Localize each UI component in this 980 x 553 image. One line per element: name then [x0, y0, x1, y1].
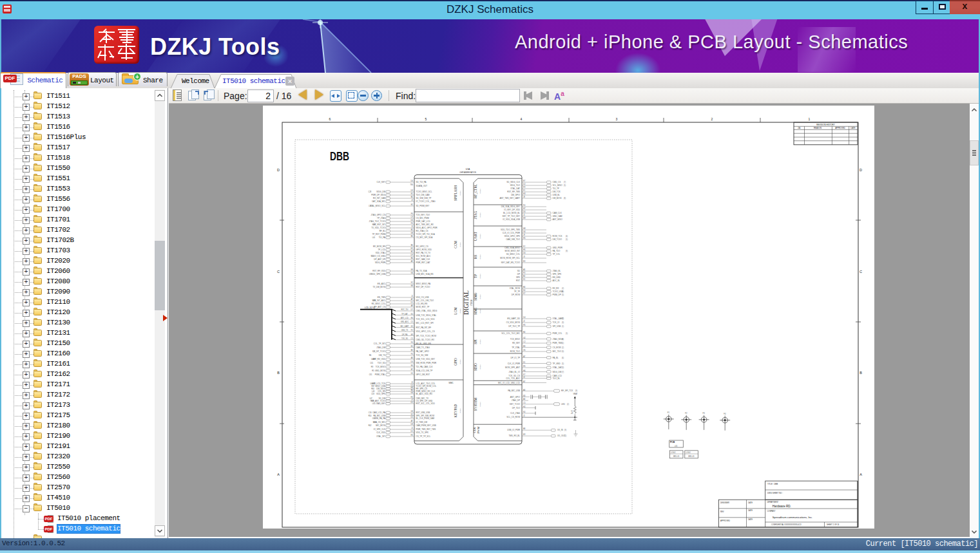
svg-text:G4: G4 [410, 391, 413, 394]
svg-text:E9: E9 [523, 433, 526, 436]
svg-text:PCB: PCB [670, 441, 675, 444]
svg-text:E3: E3 [523, 260, 526, 263]
svg-text:JTAG_TDO_TCXO: JTAG_TDO_TCXO [369, 220, 386, 223]
svg-text:CS_ROW: CS_ROW [553, 346, 561, 349]
svg-text:RST_RF_TMS: RST_RF_TMS [507, 191, 520, 193]
svg-text:A7: A7 [523, 355, 526, 358]
svg-text:GND_PWR: GND_PWR [553, 247, 563, 249]
svg-text:B2: B2 [411, 250, 414, 253]
svg-text:D6: D6 [411, 219, 414, 221]
svg-text:TP_XTAL: TP_XTAL [512, 346, 520, 349]
svg-text:XTAL_INT: XTAL_INT [376, 435, 385, 438]
svg-text:R6: R6 [369, 354, 372, 357]
svg-text:RF_SPI_TCK: RF_SPI_TCK [561, 389, 573, 392]
svg-text:TCK_MISO: TCK_MISO [510, 338, 521, 341]
svg-text:(5): (5) [566, 238, 568, 241]
svg-text:DP_IO_TP: DP_IO_TP [510, 357, 520, 359]
svg-text:TCK_IO: TCK_IO [553, 321, 561, 324]
svg-text:D9: D9 [411, 254, 414, 256]
svg-text:H1: H1 [411, 247, 414, 250]
svg-text:B2: B2 [411, 349, 414, 351]
svg-text:C30: C30 [369, 411, 372, 414]
svg-text:APPROVED: APPROVED [720, 520, 730, 522]
svg-text:RX_RX: RX_RX [553, 287, 559, 290]
svg-text:RST_RF_VDD: RST_RF_VDD [372, 270, 386, 272]
svg-text:XX_IN: XX_IN [557, 429, 563, 431]
svg-text:CMD_CS: CMD_CS [553, 181, 561, 183]
svg-text:VBAT: VBAT [573, 393, 578, 395]
svg-text:KEYPAD: KEYPAD [454, 404, 457, 417]
svg-text:DATE: DATE [850, 127, 855, 129]
svg-text:RST: RST [516, 279, 520, 282]
svg-text:2: 2 [711, 117, 713, 121]
svg-text:E2: E2 [411, 203, 414, 206]
svg-text:RF_BL: RF_BL [380, 230, 386, 232]
svg-text:CLK_KEY: CLK_KEY [376, 181, 385, 183]
svg-text:PWR_TMS: PWR_TMS [553, 342, 562, 344]
svg-text:XTAL_DAT: XTAL_DAT [510, 187, 520, 190]
svg-text:B4: B4 [411, 389, 414, 391]
svg-text:SPI_TCK_TCXO_ROW: SPI_TCK_TCXO_ROW [416, 335, 437, 337]
svg-text:F2: F2 [411, 329, 414, 332]
svg-text:TMS_RX_BL: TMS_RX_BL [508, 435, 520, 437]
svg-text:JTAG_GPIO_CS: JTAG_GPIO_CS [371, 214, 385, 216]
svg-text:LOGO: LOGO [686, 451, 691, 454]
svg-text:IT5010: IT5010 [459, 359, 461, 364]
svg-text:(5): (5) [562, 294, 564, 296]
svg-text:F3: F3 [703, 412, 706, 415]
svg-text:L63: L63 [372, 402, 376, 405]
svg-text:SD_TDI_PA: SD_TDI_PA [416, 181, 427, 183]
svg-text:F1: F1 [523, 189, 526, 192]
svg-text:IT5010: IT5010 [479, 402, 481, 407]
svg-text:GND_MOSI: GND_MOSI [375, 370, 385, 372]
svg-text:PWR_COL: PWR_COL [553, 332, 562, 335]
svg-text:BL_ADC_VDD_RX: BL_ADC_VDD_RX [416, 393, 433, 395]
svg-text:VDD_SPK: VDD_SPK [376, 393, 385, 395]
svg-text:DATE: DATE [748, 518, 753, 521]
svg-text:L69: L69 [373, 421, 376, 424]
svg-text:VDD_CS_USB: VDD_CS_USB [416, 296, 429, 299]
svg-text:MOSI_MISO_INT: MOSI_MISO_INT [504, 250, 520, 252]
svg-text:REV: REV [720, 511, 724, 513]
svg-text:JTAG_DM: JTAG_DM [376, 346, 385, 349]
svg-text:B4: B4 [523, 286, 526, 288]
svg-text:C49: C49 [372, 299, 376, 302]
svg-text:D2: D2 [523, 183, 526, 185]
svg-text:L43: L43 [372, 390, 375, 393]
svg-text:CAM_LCD_PA: CAM_LCD_PA [372, 411, 385, 414]
svg-text:H9: H9 [523, 217, 526, 220]
svg-text:(6): (6) [562, 357, 564, 359]
svg-text:F4: F4 [411, 222, 414, 225]
svg-text:IT5010: IT5010 [479, 308, 481, 314]
svg-text:J5: J5 [411, 381, 413, 384]
svg-text:APPROVED: APPROVED [835, 127, 845, 129]
svg-text:(9): (9) [562, 350, 564, 353]
svg-text:TDO_DM_CAM: TDO_DM_CAM [416, 194, 430, 196]
svg-text:(2): (2) [562, 287, 564, 290]
svg-text:(8): (8) [564, 197, 566, 200]
svg-text:COL_TP_INT: COL_TP_INT [374, 342, 385, 345]
svg-text:1: 1 [809, 117, 811, 121]
svg-text:(2): (2) [562, 346, 564, 349]
svg-text:F4: F4 [411, 353, 414, 355]
svg-text:EN_ADC: EN_ADC [378, 283, 386, 285]
svg-text:F3: F3 [523, 272, 526, 274]
svg-text:B2: B2 [523, 275, 526, 277]
svg-text:F6: F6 [411, 212, 414, 215]
svg-text:IT5010: IT5010 [459, 308, 461, 314]
svg-text:BRD-09: BRD-09 [688, 455, 695, 458]
svg-text:B5: B5 [411, 244, 414, 247]
svg-text:GND_ADC: GND_ADC [401, 321, 409, 323]
svg-text:H8: H8 [411, 386, 414, 389]
svg-text:L44: L44 [372, 236, 376, 239]
svg-text:VDD_GPIO_COL_CS: VDD_GPIO_COL_CS [416, 330, 435, 333]
svg-text:LCM: LCM [454, 307, 457, 315]
svg-text:CMD_SD_TCXO_RX: CMD_SD_TCXO_RX [416, 339, 435, 341]
svg-text:SPIFLASH: SPIFLASH [454, 185, 457, 201]
svg-text:C28: C28 [369, 191, 372, 193]
svg-text:(7): (7) [564, 181, 566, 183]
svg-text:MIC_LCD_RST_SPI: MIC_LCD_RST_SPI [416, 322, 434, 324]
svg-text:COL_TCK_ADC: COL_TCK_ADC [506, 377, 521, 380]
svg-text:G1: G1 [410, 372, 413, 375]
svg-text:IO_KEY_DP_VDD: IO_KEY_DP_VDD [504, 209, 521, 211]
